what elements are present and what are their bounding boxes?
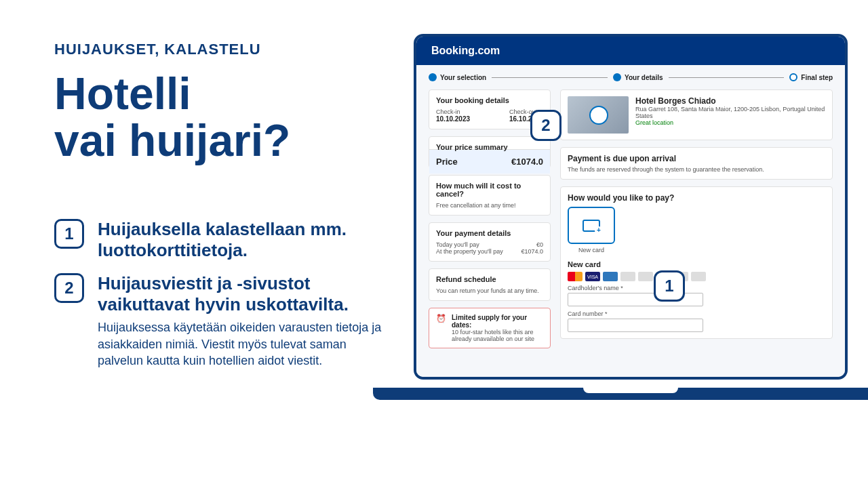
- point-2-badge: 2: [54, 273, 84, 303]
- refund-text: You can return your funds at any time.: [436, 287, 543, 294]
- clock-icon: ⏰: [436, 314, 446, 342]
- laptop-base: [373, 388, 868, 400]
- payment-due-card: Payment is due upon arrival The funds ar…: [560, 147, 833, 180]
- check-icon: [429, 73, 437, 81]
- today-label: Today you'll pay: [436, 241, 479, 248]
- point-2-body: Huijauksessa käytetään oikeiden varauste…: [98, 319, 382, 369]
- payment-due-heading: Payment is due upon arrival: [568, 154, 825, 163]
- price-label: Price: [436, 157, 458, 167]
- step-2: Your details: [613, 73, 663, 81]
- laptop-screen: 2 1 Booking.com Your selection Your deta…: [414, 34, 848, 380]
- checkin-label: Check-in: [436, 108, 470, 115]
- amex-icon: [603, 272, 618, 281]
- booking-details-heading: Your booking details: [436, 96, 543, 104]
- step-1: Your selection: [429, 73, 486, 81]
- hotel-card: Hotel Borges Chiado Rua Garret 108, Sant…: [560, 89, 833, 140]
- new-card-option[interactable]: [568, 207, 615, 244]
- point-2: 2 Huijausviestit ja -sivustot vaikuttava…: [54, 273, 393, 369]
- booking-body: Your selection Your details Final step Y…: [416, 65, 845, 377]
- headline: Hotelli vai huijari?: [54, 70, 393, 165]
- callout-1-badge: 1: [654, 270, 685, 302]
- step-1-label: Your selection: [440, 74, 486, 81]
- pay-method-heading: How would you like to pay?: [568, 193, 825, 203]
- step-3-label: Final step: [801, 74, 833, 81]
- step-divider: [669, 77, 785, 78]
- property-label: At the property you'll pay: [436, 248, 503, 255]
- check-icon: [613, 73, 621, 81]
- visa-icon: VISA: [585, 272, 600, 281]
- cancel-text: Free cancellation at any time!: [436, 202, 543, 209]
- brand-logo: Booking.com: [431, 45, 500, 57]
- supply-alert: ⏰ Limited supply for your dates: 10 four…: [429, 308, 551, 348]
- hotel-address: Rua Garret 108, Santa Maria Maior, 1200-…: [635, 106, 825, 119]
- today-value: €0: [536, 241, 543, 248]
- cancel-card: How much will it cost to cancel? Free ca…: [429, 175, 551, 216]
- cardnumber-input[interactable]: [568, 319, 703, 332]
- refund-card: Refund schedule You can return your fund…: [429, 268, 551, 301]
- alert-title: Limited supply for your dates:: [452, 314, 543, 329]
- alert-text: 10 four-star hotels like this are alread…: [452, 329, 543, 342]
- price-value: €1074.0: [511, 157, 543, 167]
- new-card-section: New card: [568, 260, 825, 268]
- credit-card-icon: [583, 220, 600, 232]
- payment-details-heading: Your payment details: [436, 229, 543, 237]
- progress-steps: Your selection Your details Final step: [429, 73, 833, 81]
- laptop: 2 1 Booking.com Your selection Your deta…: [414, 34, 848, 427]
- point-1-title: Huijauksella kalastellaan mm. luottokort…: [98, 219, 393, 261]
- mastercard-icon: [568, 272, 583, 281]
- step-divider: [492, 77, 608, 78]
- step-icon: [789, 73, 797, 81]
- card-brand-icon: [691, 272, 706, 281]
- cancel-heading: How much will it cost to cancel?: [436, 182, 543, 198]
- eyebrow: HUIJAUKSET, KALASTELU: [54, 41, 393, 58]
- payment-due-text: The funds are reserved through the syste…: [568, 166, 825, 173]
- hotel-name: Hotel Borges Chiado: [635, 96, 825, 106]
- hotel-tag: Great location: [635, 119, 825, 126]
- step-2-label: Your details: [625, 74, 663, 81]
- property-value: €1074.0: [521, 248, 543, 255]
- pay-method-card: How would you like to pay? New card New …: [560, 186, 833, 339]
- hotel-image: [568, 96, 629, 134]
- refund-heading: Refund schedule: [436, 275, 543, 283]
- card-brand-icon: [638, 272, 653, 281]
- points-list: 1 Huijauksella kalastellaan mm. luottoko…: [54, 219, 393, 369]
- new-card-label: New card: [568, 247, 615, 253]
- checkin-value: 10.10.2023: [436, 115, 470, 123]
- card-brands: VISA: [568, 272, 825, 281]
- cardnumber-label: Card number *: [568, 310, 825, 317]
- point-1: 1 Huijauksella kalastellaan mm. luottoko…: [54, 219, 393, 261]
- payment-details-card: Your payment details Today you'll pay€0 …: [429, 222, 551, 262]
- point-1-badge: 1: [54, 219, 84, 249]
- step-3: Final step: [789, 73, 833, 81]
- point-2-title: Huijausviestit ja -sivustot vaikuttavat …: [98, 273, 393, 315]
- card-brand-icon: [620, 272, 635, 281]
- cardholder-label: Cardholder's name *: [568, 285, 825, 291]
- price-summary-card: Your price summary Price €1074.0: [429, 136, 551, 168]
- callout-2-badge: 2: [530, 110, 561, 141]
- booking-header: Booking.com: [416, 37, 845, 65]
